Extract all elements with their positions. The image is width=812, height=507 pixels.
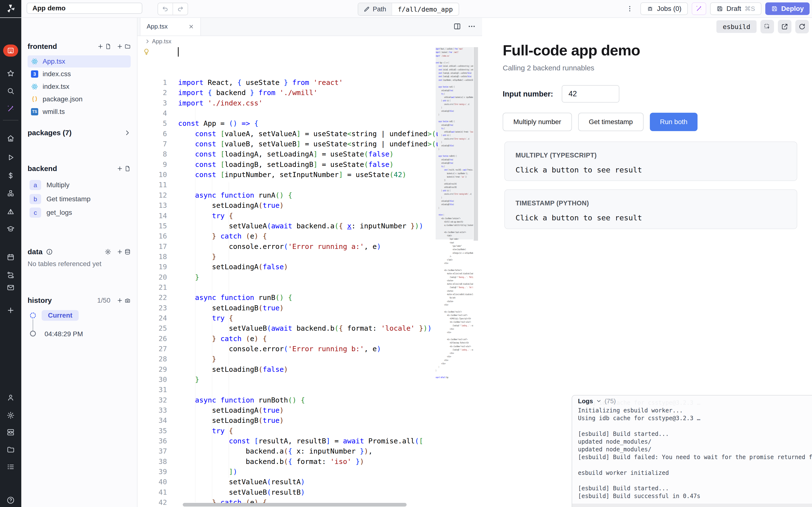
code-line[interactable]: 36 const [resultA, resultB] = await Prom…	[138, 436, 438, 446]
draft-button[interactable]: Draft ⌘S	[710, 2, 761, 15]
logs-scrollbar[interactable]	[572, 504, 812, 507]
calendar-icon[interactable]	[6, 253, 15, 261]
workers-icon[interactable]	[6, 428, 15, 436]
file-row-wmill-ts[interactable]: TS wmill.ts	[28, 106, 131, 118]
cubes-icon[interactable]	[6, 189, 15, 198]
multiply-number-button[interactable]: Multiply number	[503, 113, 572, 131]
wand-icon[interactable]	[6, 105, 15, 113]
code-line[interactable]: 29 setLoadingB(false)	[138, 364, 438, 375]
code-line[interactable]: 6 const [valueA, setValueA] = useState<s…	[138, 129, 438, 139]
refresh-button[interactable]	[795, 20, 809, 34]
add-file-button[interactable]	[97, 43, 111, 50]
person-icon[interactable]	[6, 394, 15, 402]
logs-output[interactable]: Using idb cache for csstype@3.2.3 …Initi…	[578, 399, 812, 500]
code-line[interactable]: 31	[138, 385, 438, 395]
code-line[interactable]: 15 setValueA(await backend.a({ x: inputN…	[138, 221, 438, 231]
code-line[interactable]: 7 const [valueB, setValueB] = useState<s…	[138, 139, 438, 149]
mail-icon[interactable]	[6, 283, 15, 292]
apps-icon[interactable]	[3, 45, 18, 57]
code-line[interactable]: 25 setValueB(await backend.b({ format: '…	[138, 323, 438, 333]
code-line[interactable]: 35 try {	[138, 426, 438, 436]
deploy-button[interactable]: Deploy	[765, 2, 810, 15]
graduation-icon[interactable]	[6, 225, 15, 233]
help-icon[interactable]	[6, 496, 15, 504]
code-line[interactable]: 22 async function runB() {	[138, 292, 438, 302]
code-line[interactable]: 8 const [loadingA, setLoadingA] = useSta…	[138, 149, 438, 159]
dollar-icon[interactable]	[6, 171, 15, 180]
history-timestamp[interactable]: 04:48:29 PM	[45, 330, 83, 338]
windmill-logo[interactable]	[0, 0, 21, 17]
code-line[interactable]: 21	[138, 282, 438, 292]
tab-app-tsx[interactable]: App.tsx	[140, 17, 201, 36]
add-table-button[interactable]	[117, 249, 131, 255]
code-line[interactable]: 1import React, { useState } from 'react'	[138, 77, 438, 88]
code-line[interactable]: 27 console.error('Error running b:', e)	[138, 344, 438, 354]
close-icon[interactable]	[188, 24, 194, 30]
horizontal-scrollbar[interactable]	[183, 503, 407, 507]
code-line[interactable]: 4	[138, 108, 438, 118]
code-line[interactable]: 41 setValueB(resultB)	[138, 487, 438, 497]
breadcrumb[interactable]: App.tsx	[138, 36, 482, 47]
code-line[interactable]: 32 async function runBoth() {	[138, 395, 438, 405]
code-line[interactable]: 17 console.error('Error running a:', e)	[138, 241, 438, 251]
undo-button[interactable]	[158, 3, 173, 15]
more-menu-button[interactable]	[625, 2, 635, 15]
jobs-button[interactable]: Jobs (0)	[640, 2, 688, 15]
code-line[interactable]: 20 }	[138, 272, 438, 282]
code-line[interactable]: 10 const [inputNumber, setInputNumber] =…	[138, 170, 438, 180]
code-line[interactable]: 40 setValueA(resultA)	[138, 477, 438, 487]
code-line[interactable]: 18 }	[138, 251, 438, 262]
split-editor-icon[interactable]	[453, 22, 461, 31]
gear-icon[interactable]	[6, 411, 15, 419]
logs-header[interactable]: Logs (75)	[572, 395, 812, 407]
add-runnable-button[interactable]	[117, 165, 131, 172]
snapshot-button[interactable]	[117, 297, 131, 303]
home-icon[interactable]	[6, 134, 15, 143]
code-line[interactable]: 5const App = () => {	[138, 118, 438, 128]
runnable-row-get-timestamp[interactable]: b Get timestamp	[28, 193, 131, 205]
code-line[interactable]: 2import { backend } from './wmill'	[138, 88, 438, 98]
vertical-scrollbar[interactable]	[474, 47, 478, 241]
app-name-input[interactable]	[26, 3, 142, 14]
code-line[interactable]: 24 try {	[138, 313, 438, 323]
code-line[interactable]: 9 const [loadingB, setLoadingB] = useSta…	[138, 159, 438, 170]
code-line[interactable]: 38 backend.b({ format: 'iso' })	[138, 456, 438, 467]
folder-icon[interactable]	[6, 446, 15, 454]
runnable-row-multiply[interactable]: a Multiply	[28, 179, 131, 191]
code-line[interactable]: 33 setLoadingA(true)	[138, 405, 438, 415]
code-line[interactable]: 19 setLoadingA(false)	[138, 262, 438, 272]
plus-icon[interactable]	[6, 306, 15, 315]
code-area[interactable]: 1import React, { useState } from 'react'…	[138, 47, 438, 507]
history-current-pill[interactable]: Current	[42, 310, 79, 321]
inspect-button[interactable]	[760, 20, 774, 34]
code-line[interactable]: 39 ])	[138, 467, 438, 477]
code-line[interactable]: 23 setLoadingB(true)	[138, 303, 438, 313]
run-both-button[interactable]: Run both	[650, 113, 698, 131]
add-folder-button[interactable]	[117, 43, 131, 50]
file-row-package-json[interactable]: package.json	[28, 93, 131, 105]
history-point-marker[interactable]	[30, 331, 36, 336]
code-line[interactable]: 37 backend.a({ x: inputNumber }),	[138, 446, 438, 456]
path-chip[interactable]: Path f/all/demo_app	[358, 3, 459, 16]
runnable-row-get-logs[interactable]: c get_logs	[28, 206, 131, 219]
minimap-slider[interactable]	[436, 47, 473, 239]
star-icon[interactable]	[6, 69, 15, 78]
file-row-app-tsx[interactable]: App.tsx	[28, 55, 131, 67]
file-row-index-tsx[interactable]: index.tsx	[28, 80, 131, 93]
search-icon[interactable]	[6, 87, 15, 95]
open-in-new-button[interactable]	[778, 20, 792, 34]
code-line[interactable]: 12 async function runA() {	[138, 190, 438, 200]
route-icon[interactable]	[6, 271, 15, 279]
code-line[interactable]: 13 setLoadingA(true)	[138, 200, 438, 211]
file-row-index-css[interactable]: 3 index.css	[28, 68, 131, 80]
list-icon[interactable]	[6, 463, 15, 471]
code-line[interactable]: 28 }	[138, 354, 438, 364]
play-icon[interactable]	[6, 153, 15, 162]
info-icon[interactable]	[46, 248, 53, 255]
code-line[interactable]: 14 try {	[138, 211, 438, 221]
prism-icon[interactable]	[6, 208, 15, 216]
gear-icon[interactable]	[105, 248, 111, 255]
packages-row[interactable]: packages (7)	[28, 127, 131, 138]
code-line[interactable]: 11	[138, 180, 438, 190]
ai-wand-button[interactable]	[692, 2, 706, 15]
